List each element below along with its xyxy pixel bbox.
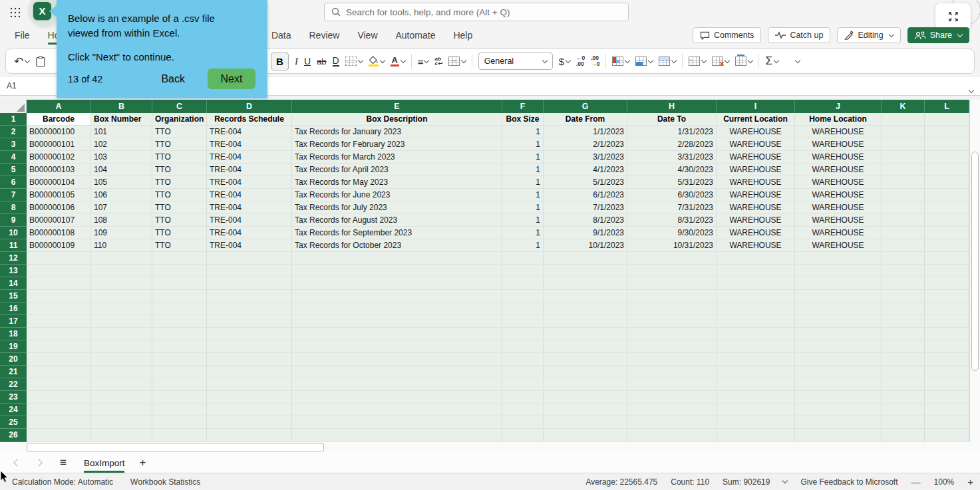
fill-color-button[interactable] <box>369 56 385 66</box>
row-header-16[interactable]: 16 <box>0 303 27 315</box>
cell-B19[interactable] <box>91 340 152 353</box>
cell-E14[interactable] <box>292 277 502 290</box>
cell-E19[interactable] <box>292 340 502 353</box>
cell-L23[interactable] <box>925 391 969 404</box>
tab-help[interactable]: Help <box>453 24 472 47</box>
cell-F14[interactable] <box>502 277 544 290</box>
cell-F22[interactable] <box>502 378 544 391</box>
row-header-3[interactable]: 3 <box>0 138 27 151</box>
cell-I4[interactable]: WAREHOUSE <box>717 151 795 164</box>
cell-K3[interactable] <box>882 138 925 151</box>
cell-C1[interactable]: Organization <box>152 113 207 126</box>
cell-K21[interactable] <box>882 366 925 378</box>
row-header-25[interactable]: 25 <box>0 416 27 429</box>
strikethrough-button[interactable]: ab <box>317 57 326 66</box>
cell-B17[interactable] <box>91 315 152 328</box>
tooltip-next-button[interactable]: Next <box>208 68 255 89</box>
cell-H1[interactable]: Date To <box>627 113 717 126</box>
cell-J14[interactable] <box>795 277 882 290</box>
sheet-tab-boximport[interactable]: BoxImport <box>84 453 125 473</box>
cell-E8[interactable]: Tax Records for July 2023 <box>292 201 502 214</box>
cell-G7[interactable]: 6/1/2023 <box>544 189 627 201</box>
column-header-K[interactable]: K <box>882 100 925 113</box>
column-header-B[interactable]: B <box>91 100 152 113</box>
cell-A7[interactable]: B000000105 <box>27 189 91 201</box>
cell-D19[interactable] <box>207 340 292 353</box>
cell-D15[interactable] <box>207 290 292 303</box>
cell-E7[interactable]: Tax Records for June 2023 <box>292 189 502 201</box>
cell-J20[interactable] <box>795 353 882 366</box>
cell-B6[interactable]: 105 <box>91 176 152 189</box>
cell-E13[interactable] <box>292 265 502 277</box>
cell-J19[interactable] <box>795 340 882 353</box>
previous-sheet-button[interactable] <box>13 459 21 466</box>
cell-A8[interactable]: B000000106 <box>27 201 91 214</box>
conditional-formatting-button[interactable] <box>612 57 629 66</box>
cell-H3[interactable]: 2/28/2023 <box>627 138 717 151</box>
cell-A3[interactable]: B000000101 <box>27 138 91 151</box>
cell-J1[interactable]: Home Location <box>795 113 882 126</box>
cell-C15[interactable] <box>152 290 207 303</box>
cell-I14[interactable] <box>717 277 795 290</box>
cell-K5[interactable] <box>882 164 925 176</box>
tooltip-back-button[interactable]: Back <box>161 73 185 85</box>
cell-C26[interactable] <box>152 429 207 441</box>
tab-file[interactable]: File <box>15 24 30 47</box>
cell-A21[interactable] <box>27 366 91 378</box>
row-header-2[interactable]: 2 <box>0 126 27 138</box>
cell-E16[interactable] <box>292 303 502 315</box>
cell-C18[interactable] <box>152 328 207 340</box>
cell-D7[interactable]: TRE-004 <box>207 189 292 201</box>
cell-F8[interactable]: 1 <box>502 201 544 214</box>
cell-J8[interactable]: WAREHOUSE <box>795 201 882 214</box>
cell-I17[interactable] <box>717 315 795 328</box>
cell-K4[interactable] <box>882 151 925 164</box>
cell-D26[interactable] <box>207 429 292 441</box>
cell-L8[interactable] <box>925 201 969 214</box>
cell-G6[interactable]: 5/1/2023 <box>544 176 627 189</box>
vertical-scrollbar[interactable] <box>969 100 980 442</box>
row-header-23[interactable]: 23 <box>0 391 27 404</box>
font-color-button[interactable]: A <box>391 57 405 66</box>
cell-E22[interactable] <box>292 378 502 391</box>
row-header-20[interactable]: 20 <box>0 353 27 366</box>
cell-G8[interactable]: 7/1/2023 <box>544 201 627 214</box>
cell-K10[interactable] <box>882 227 925 239</box>
cell-F25[interactable] <box>502 416 544 429</box>
zoom-in-button[interactable]: + <box>967 476 973 487</box>
cell-H13[interactable] <box>627 265 717 277</box>
cell-B16[interactable] <box>91 303 152 315</box>
cell-I20[interactable] <box>717 353 795 366</box>
cell-L10[interactable] <box>925 227 969 239</box>
cell-B25[interactable] <box>91 416 152 429</box>
cell-E20[interactable] <box>292 353 502 366</box>
cell-I25[interactable] <box>717 416 795 429</box>
row-header-19[interactable]: 19 <box>0 340 27 353</box>
cell-H15[interactable] <box>627 290 717 303</box>
cell-E10[interactable]: Tax Records for September 2023 <box>292 227 502 239</box>
cell-G10[interactable]: 9/1/2023 <box>544 227 627 239</box>
zoom-level[interactable]: 100% <box>934 477 955 487</box>
cell-L17[interactable] <box>925 315 969 328</box>
cell-C5[interactable]: TTO <box>152 164 207 176</box>
cell-C11[interactable]: TTO <box>152 239 207 252</box>
cell-D17[interactable] <box>207 315 292 328</box>
cell-I13[interactable] <box>717 265 795 277</box>
cell-I18[interactable] <box>717 328 795 340</box>
sheet-list-menu-icon[interactable]: ≡ <box>60 456 67 469</box>
cell-J26[interactable] <box>795 429 882 441</box>
cell-H2[interactable]: 1/31/2023 <box>627 126 717 138</box>
cell-H25[interactable] <box>627 416 717 429</box>
cell-G17[interactable] <box>544 315 627 328</box>
cell-F11[interactable]: 1 <box>502 239 544 252</box>
cell-L4[interactable] <box>925 151 969 164</box>
cell-B23[interactable] <box>91 391 152 404</box>
cell-E21[interactable] <box>292 366 502 378</box>
undo-button[interactable]: ↶ <box>14 55 29 68</box>
toolbar-overflow-button[interactable] <box>794 61 800 62</box>
cell-I11[interactable]: WAREHOUSE <box>717 239 795 252</box>
cell-F23[interactable] <box>502 391 544 404</box>
cell-L25[interactable] <box>925 416 969 429</box>
cell-A5[interactable]: B000000103 <box>27 164 91 176</box>
cell-H8[interactable]: 7/31/2023 <box>627 201 717 214</box>
